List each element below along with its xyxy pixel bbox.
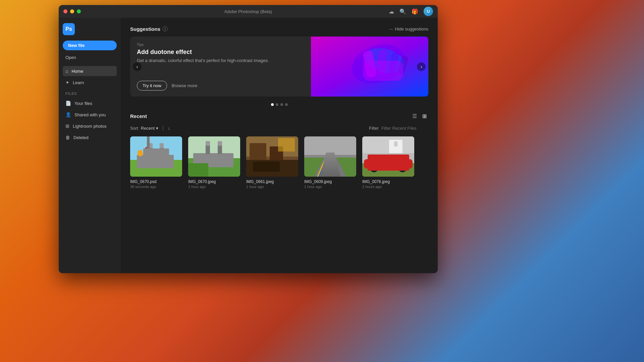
tip-description: Get a dramatic, colorful effect that's p… (137, 58, 304, 64)
card-prev-button[interactable]: ‹ (133, 62, 142, 71)
sort-bar: Sort Recent ▾ | ↓ Filter (130, 125, 428, 131)
home-icon: ⌂ (65, 68, 68, 74)
file-thumbnail (304, 136, 356, 177)
file-grid: IMG_0670.psd 38 seconds ago (130, 136, 428, 189)
dot-4[interactable] (285, 103, 288, 106)
svg-point-48 (398, 164, 407, 172)
svg-rect-42 (362, 163, 414, 177)
svg-rect-31 (278, 138, 295, 152)
ps-logo: Ps (63, 23, 75, 35)
sidebar-item-your-files[interactable]: 📄 Your files (63, 98, 117, 108)
svg-rect-7 (363, 61, 403, 81)
card-next-button[interactable]: › (417, 62, 426, 71)
file-time: 1 hour ago (188, 185, 240, 189)
file-thumbnail (130, 136, 182, 177)
maximize-button[interactable] (77, 9, 81, 13)
avatar[interactable]: U (424, 7, 433, 16)
svg-rect-10 (137, 155, 174, 168)
mac-window: Adobe Photoshop (Beta) ☁ 🔍 🎁 U Ps New fi… (59, 5, 438, 273)
suggestion-card: ••• Tips Add duotone effect Get a dramat… (130, 37, 428, 97)
svg-point-49 (372, 166, 376, 171)
list-item[interactable]: IMG_0670.jpeg 1 hour ago (188, 136, 240, 189)
svg-rect-45 (375, 156, 387, 161)
learn-icon: ✦ (65, 80, 69, 85)
browse-more-button[interactable]: Browse more (172, 83, 198, 88)
file-time: 38 seconds ago (130, 185, 182, 189)
svg-rect-23 (218, 141, 222, 146)
file-name: IMG_0661.jpeg (246, 179, 298, 184)
svg-rect-44 (372, 155, 402, 162)
lightroom-icon: ⊞ (65, 123, 69, 129)
file-time: 1 hour ago (246, 185, 298, 189)
home-label: Home (71, 69, 83, 74)
sort-label: Sort (130, 126, 138, 131)
list-item[interactable]: IMG_0670.psd 38 seconds ago (130, 136, 182, 189)
content-area: Suggestions i ︿ Hide suggestions ••• Tip… (121, 18, 438, 273)
close-button[interactable] (63, 9, 67, 13)
sidebar: Ps New file Open ⌂ Home ✦ Learn FILES 📄 … (59, 18, 121, 273)
file-thumbnail (362, 136, 414, 177)
dot-1[interactable] (271, 103, 274, 106)
file-name: IMG_0609.jpeg (304, 179, 356, 184)
traffic-lights (63, 9, 81, 13)
learn-label: Learn (73, 80, 84, 85)
trash-icon: 🗑 (65, 135, 70, 140)
shared-label: Shared with you (74, 112, 106, 117)
sidebar-item-home[interactable]: ⌂ Home (63, 66, 117, 76)
svg-rect-22 (206, 141, 210, 146)
main-layout: Ps New file Open ⌂ Home ✦ Learn FILES 📄 … (59, 18, 438, 273)
filter-area: Filter (369, 126, 428, 131)
tip-label: Tips (137, 43, 304, 47)
cloud-icon[interactable]: ☁ (389, 8, 394, 15)
suggestions-header: Suggestions i ︿ Hide suggestions (130, 26, 428, 32)
tip-title: Add duotone effect (137, 49, 304, 56)
grid-view-button[interactable]: ⊞ (421, 112, 428, 120)
list-view-button[interactable]: ☰ (411, 112, 419, 120)
filter-input[interactable] (381, 126, 428, 131)
svg-rect-38 (304, 136, 356, 155)
svg-point-50 (400, 166, 405, 171)
sidebar-item-shared-with-you[interactable]: 👤 Shared with you (63, 110, 117, 120)
svg-rect-13 (149, 143, 153, 148)
svg-rect-33 (304, 157, 356, 177)
dot-3[interactable] (280, 103, 283, 106)
suggestion-left: Tips Add duotone effect Get a dramatic, … (130, 37, 311, 97)
try-now-button[interactable]: Try it now (137, 81, 167, 90)
list-item[interactable]: IMG_0076.jpeg 2 hours ago (362, 136, 414, 189)
new-file-button[interactable]: New file (63, 41, 117, 50)
svg-rect-14 (160, 143, 164, 148)
svg-rect-30 (253, 162, 280, 172)
minimize-button[interactable] (70, 9, 74, 13)
card-dots (130, 103, 428, 106)
recent-header: Recent ☰ ⊞ (130, 112, 428, 120)
file-thumbnail (188, 136, 240, 177)
sidebar-item-lightroom[interactable]: ⊞ Lightroom photos (63, 121, 117, 131)
file-time: 2 hours ago (362, 185, 414, 189)
svg-rect-37 (304, 155, 356, 158)
window-title: Adobe Photoshop (Beta) (224, 9, 272, 14)
lightroom-label: Lightroom photos (73, 124, 106, 129)
sidebar-item-deleted[interactable]: 🗑 Deleted (63, 132, 117, 142)
list-item[interactable]: IMG_0609.jpeg 1 hour ago (304, 136, 356, 189)
title-bar: Adobe Photoshop (Beta) ☁ 🔍 🎁 U (59, 5, 438, 18)
recent-title: Recent (130, 113, 147, 119)
sort-direction-button[interactable]: ↓ (168, 125, 170, 131)
dot-2[interactable] (276, 103, 278, 106)
svg-point-15 (138, 150, 143, 157)
file-name: IMG_0670.jpeg (188, 179, 240, 184)
open-button[interactable]: Open (63, 53, 117, 62)
suggestion-image (311, 37, 428, 97)
suggestions-info-icon[interactable]: i (162, 26, 168, 32)
sidebar-item-learn[interactable]: ✦ Learn (63, 77, 117, 87)
file-name: IMG_0076.jpeg (362, 179, 414, 184)
svg-rect-46 (389, 156, 401, 161)
svg-rect-43 (364, 159, 413, 169)
hide-suggestions-button[interactable]: ︿ Hide suggestions (389, 26, 428, 32)
sort-dropdown[interactable]: Recent ▾ (141, 126, 158, 131)
gift-icon[interactable]: 🎁 (412, 8, 418, 15)
file-time: 1 hour ago (304, 185, 356, 189)
list-item[interactable]: IMG_0661.jpeg 1 hour ago (246, 136, 298, 189)
svg-point-16 (145, 147, 149, 153)
search-icon[interactable]: 🔍 (399, 8, 406, 15)
your-files-label: Your files (74, 101, 92, 106)
